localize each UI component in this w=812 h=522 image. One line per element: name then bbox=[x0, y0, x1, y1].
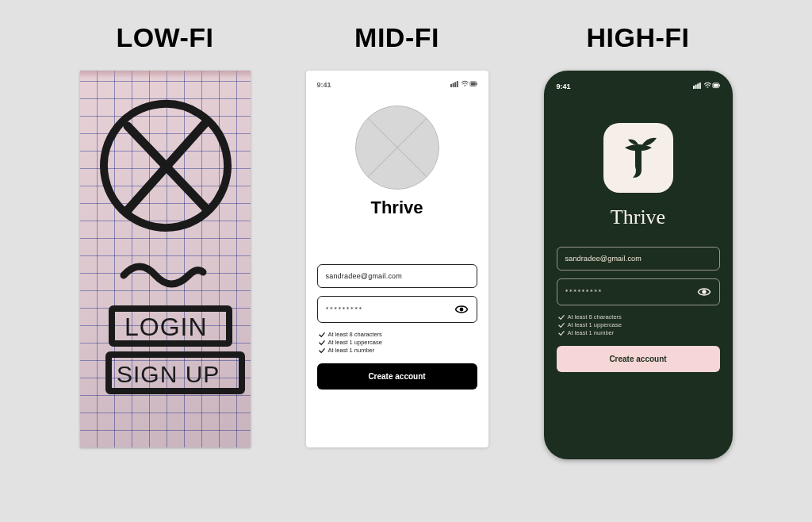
svg-rect-17 bbox=[719, 85, 720, 86]
req-text: At least 1 uppercase bbox=[568, 321, 622, 328]
password-field[interactable]: ********* bbox=[557, 278, 720, 305]
req-text: At least 8 characters bbox=[568, 313, 622, 320]
login-sketch-text: LOGIN bbox=[124, 313, 208, 341]
password-value: ********* bbox=[326, 306, 363, 313]
app-logo bbox=[603, 123, 673, 193]
svg-rect-11 bbox=[693, 86, 695, 89]
logo-placeholder-icon bbox=[355, 106, 439, 190]
status-time: 9:41 bbox=[557, 83, 571, 90]
svg-rect-16 bbox=[713, 84, 718, 87]
email-field[interactable]: sandradee@gmail.com bbox=[317, 264, 477, 288]
app-title: Thrive bbox=[611, 205, 665, 229]
svg-rect-14 bbox=[699, 83, 700, 89]
req-text: At least 1 number bbox=[328, 347, 375, 354]
password-requirements: At least 8 characters At least 1 upperca… bbox=[317, 331, 477, 354]
svg-rect-9 bbox=[477, 83, 477, 85]
signup-form: sandradee@gmail.com ********* At least 8… bbox=[557, 247, 720, 372]
lowfi-heading: LOW-FI bbox=[116, 22, 213, 53]
password-field[interactable]: ********* bbox=[317, 296, 477, 323]
svg-rect-5 bbox=[454, 82, 456, 87]
create-account-button[interactable]: Create account bbox=[557, 346, 720, 372]
signup-sketch-text: SIGN UP bbox=[117, 361, 220, 387]
midfi-heading: MID-FI bbox=[354, 22, 439, 53]
status-time: 9:41 bbox=[317, 81, 331, 89]
email-value: sandradee@gmail.com bbox=[326, 272, 402, 280]
password-value: ********* bbox=[565, 289, 603, 295]
password-requirements: At least 8 characters At least 1 upperca… bbox=[557, 313, 720, 336]
check-icon bbox=[319, 347, 325, 354]
svg-point-18 bbox=[702, 290, 706, 294]
status-icons bbox=[450, 80, 477, 90]
svg-rect-13 bbox=[697, 83, 699, 89]
sprout-t-icon bbox=[615, 133, 661, 182]
svg-point-10 bbox=[459, 308, 463, 312]
svg-rect-12 bbox=[695, 85, 696, 89]
svg-rect-3 bbox=[450, 84, 452, 87]
req-text: At least 8 characters bbox=[328, 331, 382, 338]
check-icon bbox=[319, 340, 325, 346]
status-bar: 9:41 bbox=[317, 80, 477, 90]
lowfi-column: LOW-FI LOGIN SIGN UP bbox=[80, 22, 251, 447]
lowfi-sketch: LOGIN SIGN UP bbox=[80, 71, 251, 447]
fidelity-comparison: LOW-FI LOGIN SIGN UP MID-FI bbox=[80, 22, 733, 459]
check-icon bbox=[558, 322, 565, 328]
hifi-column: HIGH-FI 9:41 bbox=[544, 22, 733, 459]
email-field[interactable]: sandradee@gmail.com bbox=[557, 247, 720, 271]
create-account-button[interactable]: Create account bbox=[317, 363, 477, 390]
check-icon bbox=[558, 314, 565, 320]
check-icon bbox=[319, 332, 325, 338]
midfi-column: MID-FI 9:41 Thrive sandradee@gmail.com bbox=[306, 22, 488, 447]
svg-rect-4 bbox=[452, 83, 454, 87]
svg-rect-8 bbox=[470, 83, 475, 86]
midfi-screen: 9:41 Thrive sandradee@gmail.com ********… bbox=[306, 71, 488, 447]
status-bar: 9:41 bbox=[557, 82, 720, 91]
req-text: At least 1 number bbox=[568, 329, 615, 336]
svg-rect-6 bbox=[456, 81, 458, 87]
hifi-heading: HIGH-FI bbox=[586, 22, 689, 53]
signup-form: sandradee@gmail.com ********* At least 8… bbox=[317, 264, 477, 390]
status-icons bbox=[693, 82, 720, 91]
eye-icon[interactable] bbox=[454, 304, 469, 315]
req-text: At least 1 uppercase bbox=[328, 339, 382, 346]
app-title: Thrive bbox=[370, 198, 423, 218]
check-icon bbox=[558, 330, 565, 336]
email-value: sandradee@gmail.com bbox=[565, 255, 642, 263]
hifi-screen: 9:41 Thrive bbox=[544, 71, 733, 459]
eye-icon[interactable] bbox=[697, 286, 711, 297]
lowfi-marker-drawing: LOGIN SIGN UP bbox=[80, 71, 251, 447]
